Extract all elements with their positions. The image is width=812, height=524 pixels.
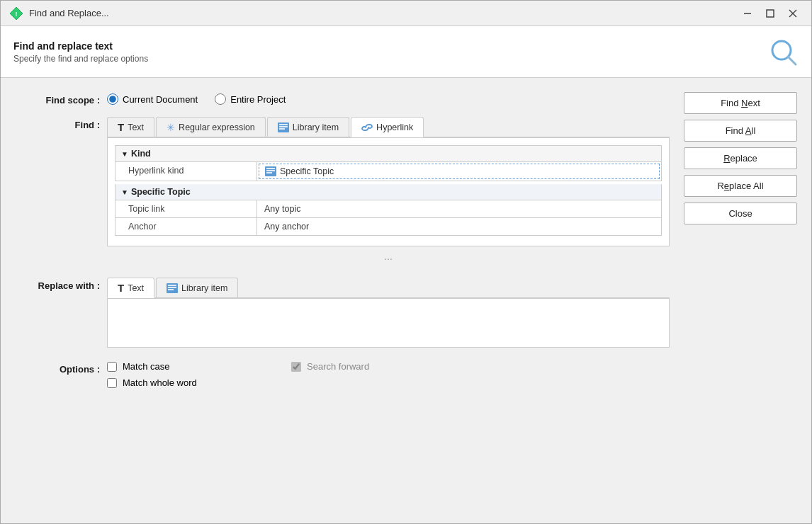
tab-regex-label: Regular expression — [179, 123, 255, 132]
anchor-key: Anchor — [115, 218, 257, 235]
specific-topic-icon — [265, 166, 276, 176]
title-bar: ! Find and Replace... — [1, 1, 811, 26]
anchor-row: Anchor Any anchor — [115, 218, 662, 236]
find-next-button[interactable]: Find Next — [684, 92, 797, 114]
tab-hyperlink[interactable]: Hyperlink — [351, 117, 424, 137]
hyperlink-kind-key: Hyperlink kind — [115, 162, 257, 181]
kind-header-label: Kind — [131, 149, 151, 159]
find-scope-row: Find scope : Current Document Entire Pro… — [15, 92, 670, 106]
tab-text-label: Text — [128, 123, 144, 132]
find-content: T Text ✳ Regular expression — [107, 117, 670, 266]
replace-tab-text-label: Text — [128, 283, 144, 293]
buttons-panel: Find Next Find All Replace Replace All C… — [684, 92, 797, 516]
search-forward-label: Search forward — [307, 361, 369, 372]
svg-rect-13 — [266, 168, 275, 169]
header-text: Find and replace text Specify the find a… — [13, 40, 148, 64]
kind-header: ▼ Kind — [115, 145, 662, 162]
hyperlink-kind-val[interactable]: Specific Topic — [259, 164, 660, 179]
replace-text-icon: T — [118, 282, 124, 294]
match-case-checkbox[interactable] — [107, 362, 117, 372]
dialog-title: Find and Replace... — [29, 8, 109, 18]
svg-rect-11 — [279, 128, 285, 130]
options-grid: Match case Search forward Match whole wo… — [107, 361, 670, 388]
search-forward-checkbox[interactable] — [291, 362, 301, 372]
replace-tab-text[interactable]: T Text — [107, 278, 154, 298]
replace-button[interactable]: Replace — [684, 147, 797, 169]
tab-library[interactable]: Library item — [267, 117, 349, 137]
form-area: Find scope : Current Document Entire Pro… — [15, 92, 670, 516]
scope-current-radio[interactable] — [107, 93, 118, 105]
header-title: Find and replace text — [13, 40, 148, 52]
specific-topic-label: Specific Topic — [131, 187, 191, 197]
scope-current-label: Current Document — [123, 94, 198, 105]
tab-text[interactable]: T Text — [107, 117, 154, 137]
scope-current-document[interactable]: Current Document — [107, 93, 198, 105]
replace-label: Replace with : — [15, 278, 100, 291]
title-bar-controls — [738, 6, 803, 21]
options-content: Match case Search forward Match whole wo… — [107, 361, 670, 388]
close-button-action[interactable]: Close — [684, 203, 797, 224]
dialog: ! Find and Replace... Find and replace t… — [0, 0, 812, 524]
options-row: Options : Match case Search forward — [15, 361, 670, 388]
magnifier-icon — [767, 36, 799, 67]
replace-textarea[interactable] — [107, 298, 670, 348]
svg-line-7 — [788, 57, 796, 64]
text-t-icon: T — [118, 121, 124, 133]
find-tab-bar: T Text ✳ Regular expression — [107, 117, 670, 137]
header-subtitle: Specify the find and replace options — [13, 54, 148, 64]
svg-rect-17 — [168, 285, 176, 286]
svg-rect-18 — [168, 287, 176, 288]
match-whole-word-option[interactable]: Match whole word — [107, 377, 277, 388]
svg-rect-19 — [168, 289, 174, 290]
specific-topic-header: ▼ Specific Topic — [115, 184, 662, 200]
match-whole-word-checkbox[interactable] — [107, 378, 117, 388]
kind-section: ▼ Kind Hyperlink kind — [115, 145, 662, 181]
replace-content: T Text Library item — [107, 278, 670, 350]
hyperlink-kind-row: Hyperlink kind Specific Topic — [115, 162, 662, 181]
replace-with-row: Replace with : T Text — [15, 278, 670, 350]
minimize-button[interactable] — [738, 6, 757, 21]
match-case-label: Match case — [123, 361, 169, 372]
replace-library-icon — [167, 283, 178, 293]
app-icon: ! — [9, 6, 23, 21]
svg-rect-9 — [279, 124, 288, 125]
svg-rect-10 — [279, 126, 288, 127]
replace-all-button[interactable]: Replace All — [684, 175, 797, 197]
specific-chevron: ▼ — [121, 188, 128, 196]
topic-link-val: Any topic — [257, 200, 661, 217]
tab-hyperlink-label: Hyperlink — [376, 123, 413, 132]
match-whole-word-label: Match whole word — [123, 377, 197, 388]
specific-topic-section: ▼ Specific Topic Topic link Any topic An… — [115, 184, 662, 236]
title-bar-left: ! Find and Replace... — [9, 6, 109, 21]
search-forward-option[interactable]: Search forward — [291, 361, 461, 372]
kind-chevron: ▼ — [121, 150, 128, 158]
topic-link-row: Topic link Any topic — [115, 200, 662, 218]
close-button[interactable] — [783, 6, 803, 21]
scope-entire-label: Entire Project — [230, 94, 286, 105]
anchor-val: Any anchor — [257, 218, 661, 235]
regex-icon: ✳ — [167, 122, 175, 133]
find-panel: ▼ Kind Hyperlink kind — [107, 137, 670, 246]
maximize-button[interactable] — [760, 6, 780, 21]
library-icon — [278, 123, 289, 132]
svg-text:!: ! — [16, 11, 18, 18]
find-all-button[interactable]: Find All — [684, 120, 797, 142]
scope-entire-project[interactable]: Entire Project — [215, 93, 286, 105]
tab-regex[interactable]: ✳ Regular expression — [156, 117, 266, 137]
svg-rect-3 — [767, 10, 774, 17]
find-row: Find : T Text ✳ Regular expression — [15, 117, 670, 266]
scope-label: Find scope : — [15, 92, 100, 106]
hyperlink-kind-value: Specific Topic — [280, 166, 334, 176]
options-label: Options : — [15, 361, 100, 375]
hyperlink-icon — [361, 123, 373, 132]
tab-library-label: Library item — [293, 123, 339, 132]
header-section: Find and replace text Specify the find a… — [1, 26, 811, 78]
find-label: Find : — [15, 117, 100, 130]
svg-rect-15 — [266, 172, 272, 173]
replace-tab-library[interactable]: Library item — [156, 278, 238, 297]
scope-entire-radio[interactable] — [215, 93, 226, 105]
svg-rect-14 — [266, 170, 275, 171]
replace-tab-bar: T Text Library item — [107, 278, 670, 298]
match-case-option[interactable]: Match case — [107, 361, 277, 372]
scope-options: Current Document Entire Project — [107, 92, 670, 105]
